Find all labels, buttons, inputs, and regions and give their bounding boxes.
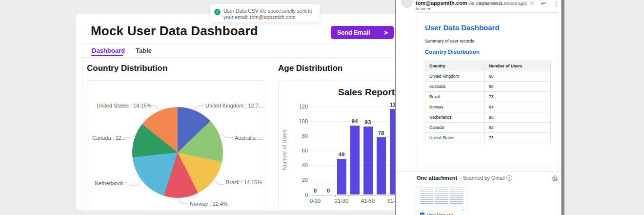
age-distribution-heading: Age Distribution (278, 64, 342, 73)
bar-chart-title: Sales Report (338, 87, 395, 98)
attachment-card[interactable]: User Data.csv (416, 185, 467, 215)
star-icon[interactable]: ☆ (529, 0, 535, 7)
table-row: United States73 (425, 133, 551, 143)
y-tick-label: 20 (295, 177, 308, 183)
x-axis-tick (322, 195, 322, 197)
country-distribution-heading: Country Distribution (87, 64, 167, 73)
attachment-filename: User Data.csv (427, 213, 453, 215)
attachment-count: One attachment (417, 175, 457, 181)
x-axis-tick (335, 195, 336, 197)
send-icon: ➤ (383, 29, 389, 36)
y-tick-label: 60 (295, 148, 308, 153)
email-scrollbar-track (559, 12, 559, 215)
pie-label-norway: Norway : 12.4% (190, 201, 228, 207)
x-axis-tick (309, 195, 309, 197)
table-header-row: Country Number of Users (425, 61, 551, 71)
email-summary: Summary of user records: (425, 39, 476, 43)
csv-preview-thumbnail (416, 185, 467, 208)
bar-value-label: 49 (335, 151, 348, 157)
pie-label-brazil: Brazil : 14.15% (226, 179, 262, 185)
email-heading: User Data Dashboard (425, 23, 500, 32)
bar-value-label: 93 (362, 119, 374, 125)
email-table-body: United Kingdom66Australia80Brazil73Norwa… (425, 71, 551, 143)
y-tick-label: 40 (295, 162, 308, 168)
country-pie-chart: United Kingdom : 12.7... Australia :... … (86, 80, 265, 210)
more-options-icon[interactable]: ⋮ (553, 0, 559, 7)
page-title: Mock User Data Dashboard (91, 23, 258, 39)
y-tick-label: 80 (295, 133, 308, 139)
pie-label-canada: Canada : 12... (92, 135, 126, 141)
toast-message: User Data CSV file successfully sent toy… (223, 8, 312, 21)
y-tick-label: 100 (295, 118, 308, 124)
add-to-drive-icon[interactable] (551, 175, 558, 182)
attachment-divider (396, 172, 561, 172)
bar-value-label: 94 (348, 118, 361, 124)
email-window: tom@appsmith.com via smtpservice.it... 1… (395, 0, 561, 215)
reply-icon[interactable]: ↩ (541, 0, 546, 7)
success-check-icon: ✓ (214, 9, 221, 15)
country-table: Country Number of Users United Kingdom66… (425, 61, 551, 143)
email-timestamp: 10:54 AM (1 minute ago) (469, 1, 527, 6)
email-subheading: Country Distribution (425, 49, 480, 55)
col-number-of-users: Number of Users (485, 61, 551, 71)
window-edge (561, 0, 564, 215)
table-row: Australia80 (425, 82, 551, 92)
x-tick-label: 41-50 (358, 198, 378, 204)
send-email-button[interactable]: Send Email ➤ (331, 26, 394, 39)
tabs-divider (82, 57, 395, 58)
active-tab-indicator (91, 55, 123, 56)
y-tick-label: 120 (295, 104, 308, 109)
pie-label-united-states: United States : 14.15% (97, 103, 152, 108)
bar (377, 137, 386, 194)
bar (337, 159, 346, 195)
pie-label-netherlands: Netherlands : ... (95, 180, 133, 186)
bar-value-label: 78 (375, 130, 387, 136)
x-axis-tick (348, 195, 349, 197)
email-body: User Data Dashboard Summary of user reco… (417, 12, 558, 166)
table-row: Canada64 (425, 123, 551, 133)
attachment-footer: User Data.csv (416, 210, 467, 215)
scanned-label: Scanned by Gmail (463, 175, 505, 181)
pie-label-united-kingdom: United Kingdom : 12.7... (205, 103, 263, 108)
screen: Mock User Data Dashboard Send Email ➤ ✓ … (0, 0, 644, 215)
table-row: Netherlands95 (425, 112, 551, 123)
bar-chart-y-axis-label: Number of Users (282, 118, 287, 181)
tab-table[interactable]: Table (136, 47, 152, 54)
table-row: Brazil73 (425, 92, 551, 102)
bar (350, 126, 360, 194)
x-tick-label: 21-30 (332, 198, 351, 204)
bar-value-label: 0 (309, 188, 322, 194)
toast-notification: ✓ User Data CSV file successfully sent t… (210, 4, 320, 22)
x-axis-tick (362, 195, 362, 197)
x-axis-tick (388, 195, 388, 197)
x-axis-tick (375, 195, 375, 197)
csv-file-icon (420, 213, 424, 215)
pie-callout-lines (86, 81, 266, 211)
col-country: Country (425, 61, 485, 71)
pie-label-australia: Australia :... (235, 135, 263, 141)
info-icon[interactable]: i (506, 175, 512, 181)
bar (363, 127, 373, 195)
to-me-dropdown[interactable]: to me ▾ (416, 6, 430, 11)
table-row: United Kingdom66 (425, 71, 551, 82)
y-tick-label: 0 (295, 192, 308, 198)
age-bar-chart: Sales Report Number of Users 02040608010… (278, 81, 404, 210)
sender-avatar (401, 0, 413, 8)
tab-dashboard[interactable]: Dashboard (92, 47, 125, 54)
bar-value-label: 0 (322, 188, 335, 194)
send-email-label: Send Email (337, 29, 370, 36)
table-row: Norway64 (425, 102, 551, 112)
x-tick-label: 0-10 (305, 198, 325, 204)
attachment-summary: One attachment · Scanned by Gmail i (417, 175, 512, 181)
